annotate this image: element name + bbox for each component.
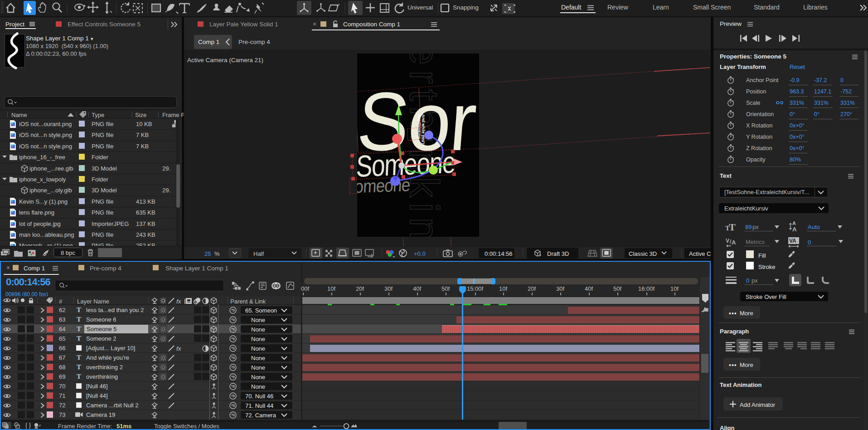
svg-text:V: V — [726, 238, 729, 244]
svg-text:overthinking: overthinking — [417, 114, 422, 139]
svg-text:A: A — [792, 226, 797, 233]
svg-text:A: A — [792, 220, 796, 226]
svg-text:T: T — [729, 221, 736, 233]
svg-text:A: A — [732, 239, 736, 246]
